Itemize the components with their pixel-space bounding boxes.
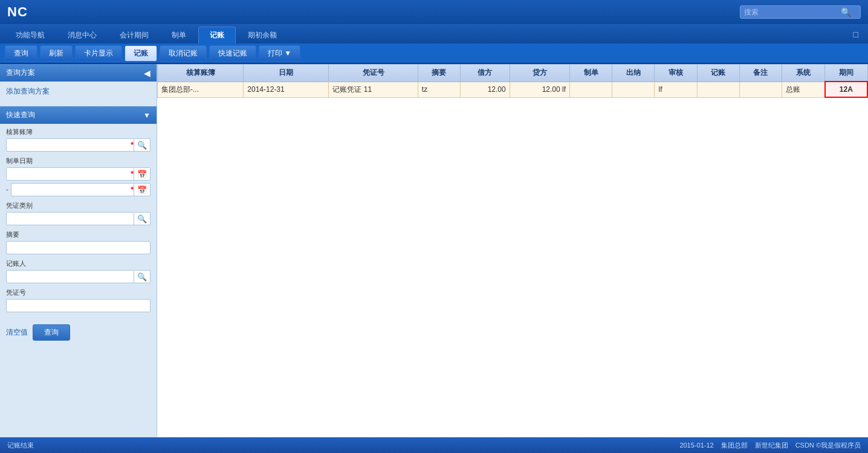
col-bookkeeper: 记账 (697, 65, 739, 82)
bookkeeping-button[interactable]: 记账 (125, 45, 157, 62)
cell-maker (570, 82, 612, 97)
query-scheme-header: 查询方案 ◀ (0, 64, 157, 82)
voucher-date-to-row: - * 📅 (6, 183, 151, 196)
quick-bookkeeping-button[interactable]: 快速记账 (209, 45, 256, 62)
voucher-date-label: 制单日期 (6, 156, 151, 165)
refresh-button[interactable]: 刷新 (40, 45, 73, 62)
status-info: 2015-01-12 集团总部 新世纪集团 CSDN ©我是假程序员 (679, 441, 861, 450)
voucher-type-input[interactable] (7, 213, 134, 225)
search-input[interactable] (744, 8, 841, 16)
cell-system: 总账 (782, 82, 825, 97)
status-date: 2015-01-12 (679, 442, 713, 449)
cell-account-book: 集团总部-... (158, 82, 244, 97)
abstract-row: 摘要 (6, 230, 151, 254)
app-logo: NC (7, 4, 28, 20)
col-maker: 制单 (570, 65, 612, 82)
status-message: 记账结束 (7, 441, 34, 450)
nav-tab-messages[interactable]: 消息中心 (57, 27, 108, 43)
voucher-no-input[interactable] (6, 299, 151, 312)
bookkeeper-search-icon[interactable]: 🔍 (134, 271, 150, 283)
voucher-date-row: 制单日期 * 📅 - * 📅 (6, 156, 151, 196)
voucher-type-search-icon[interactable]: 🔍 (134, 213, 150, 225)
col-date: 日期 (244, 65, 329, 82)
col-cashier: 出纳 (612, 65, 655, 82)
col-account-book: 核算账簿 (158, 65, 244, 82)
card-view-button[interactable]: 卡片显示 (75, 45, 122, 62)
date-dash: - (6, 185, 8, 194)
quick-query-form: 核算账簿 * 🔍 制单日期 * 📅 - (0, 124, 157, 321)
abstract-input[interactable] (6, 241, 151, 254)
query-scheme-title: 查询方案 (6, 68, 35, 78)
window-control-button[interactable]: □ (849, 27, 863, 42)
col-voucher-no: 凭证号 (329, 65, 418, 82)
nav-tab-opening-balance[interactable]: 期初余额 (237, 27, 288, 43)
voucher-no-label: 凭证号 (6, 288, 151, 297)
cell-cashier (612, 82, 655, 97)
col-system: 系统 (782, 65, 825, 82)
status-user-info: CSDN ©我是假程序员 (795, 441, 861, 450)
voucher-date-range: * 📅 (6, 167, 151, 181)
nav-tab-features[interactable]: 功能导航 (5, 27, 56, 43)
data-table: 核算账簿 日期 凭证号 摘要 借方 贷方 制单 出纳 审核 记账 备注 系统 期… (157, 64, 868, 98)
date-to-input[interactable] (11, 184, 131, 196)
cell-bookkeeper (697, 82, 739, 97)
voucher-type-label: 凭证类别 (6, 201, 151, 210)
search-icon[interactable]: 🔍 (841, 7, 851, 17)
nav-tabs: 功能导航 消息中心 会计期间 制单 记账 期初余额 □ (0, 24, 868, 43)
cell-credit: 12.00 lf (510, 82, 569, 97)
date-to-calendar-icon[interactable]: 📅 (134, 184, 150, 196)
account-book-input[interactable] (7, 139, 131, 151)
account-book-label: 核算账簿 (6, 127, 151, 137)
cell-period: 12A (825, 82, 867, 97)
add-scheme-link[interactable]: 添加查询方案 (0, 82, 157, 101)
voucher-no-row: 凭证号 (6, 288, 151, 312)
date-from-input[interactable] (7, 168, 131, 180)
nav-tab-bookkeeping[interactable]: 记账 (198, 27, 236, 43)
left-panel: 查询方案 ◀ 添加查询方案 快速查询 ▼ 核算账簿 * 🔍 制单日期 (0, 64, 157, 437)
cell-voucher-no: 记账凭证 11 (329, 82, 418, 97)
bookkeeper-input-wrap: 🔍 (6, 270, 151, 283)
cell-remark (739, 82, 782, 97)
query-button[interactable]: 查询 (5, 45, 37, 62)
main-content: 查询方案 ◀ 添加查询方案 快速查询 ▼ 核算账簿 * 🔍 制单日期 (0, 64, 868, 437)
col-remark: 备注 (739, 65, 782, 82)
cell-abstract: tz (418, 82, 460, 97)
bookkeeper-input[interactable] (7, 271, 134, 283)
nav-tab-accounting-period[interactable]: 会计期间 (109, 27, 160, 43)
abstract-label: 摘要 (6, 230, 151, 239)
cancel-bookkeeping-button[interactable]: 取消记账 (160, 45, 207, 62)
col-reviewer: 审核 (655, 65, 697, 82)
search-box: 🔍 (740, 5, 861, 19)
table-header-row: 核算账簿 日期 凭证号 摘要 借方 贷方 制单 出纳 审核 记账 备注 系统 期… (158, 65, 868, 82)
quick-query-header: 快速查询 ▼ (0, 106, 157, 124)
voucher-type-input-wrap: 🔍 (6, 212, 151, 225)
cell-reviewer: lf (655, 82, 697, 97)
col-abstract: 摘要 (418, 65, 460, 82)
status-org: 集团总部 (721, 441, 748, 450)
voucher-type-row: 凭证类别 🔍 (6, 201, 151, 225)
date-to-wrap: * 📅 (11, 183, 151, 196)
status-bar: 记账结束 2015-01-12 集团总部 新世纪集团 CSDN ©我是假程序员 (0, 437, 868, 453)
right-panel: 核算账簿 日期 凭证号 摘要 借方 贷方 制单 出纳 审核 记账 备注 系统 期… (157, 64, 868, 437)
query-submit-button[interactable]: 查询 (33, 324, 70, 341)
bookkeeper-row: 记账人 🔍 (6, 259, 151, 283)
account-book-search-icon[interactable]: 🔍 (134, 140, 150, 151)
quick-query-collapse-icon[interactable]: ▼ (143, 111, 151, 120)
top-bar: NC 🔍 (0, 0, 868, 24)
col-debit: 借方 (461, 65, 510, 82)
query-scheme-collapse-btn[interactable]: ◀ (144, 68, 151, 78)
quick-query-title: 快速查询 (6, 110, 35, 120)
account-book-row: 核算账簿 * 🔍 (6, 127, 151, 152)
date-from-wrap: * 📅 (6, 167, 151, 181)
bookkeeper-label: 记账人 (6, 259, 151, 268)
account-book-input-wrap: * 🔍 (6, 138, 151, 152)
toolbar: 查询 刷新 卡片显示 记账 取消记账 快速记账 打印 ▼ (0, 43, 868, 64)
clear-button[interactable]: 清空值 (6, 324, 28, 341)
table-row[interactable]: 集团总部-... 2014-12-31 记账凭证 11 tz 12.00 12.… (158, 82, 868, 97)
status-group: 新世纪集团 (755, 441, 788, 450)
nav-tab-create[interactable]: 制单 (161, 27, 197, 43)
cell-date: 2014-12-31 (244, 82, 329, 97)
print-button[interactable]: 打印 ▼ (259, 45, 300, 62)
col-credit: 贷方 (510, 65, 569, 82)
date-from-calendar-icon[interactable]: 📅 (134, 169, 150, 180)
